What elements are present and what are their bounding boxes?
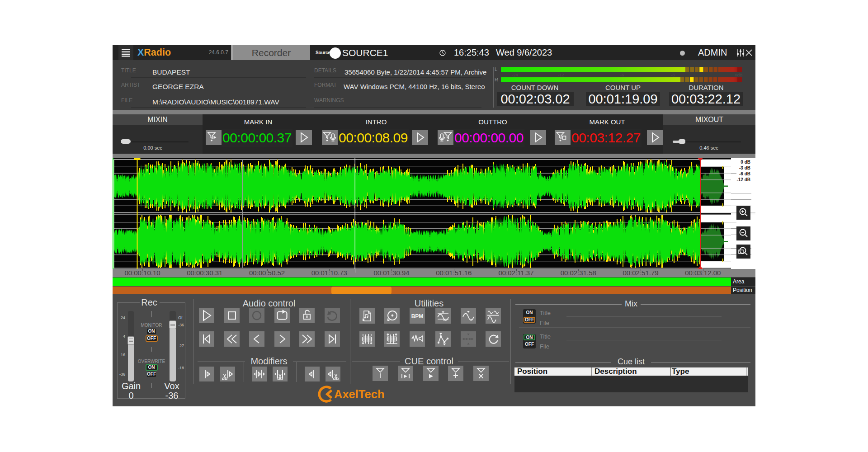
- svg-text:BPM: BPM: [411, 313, 423, 320]
- svg-text:AxelTech: AxelTech: [334, 388, 385, 400]
